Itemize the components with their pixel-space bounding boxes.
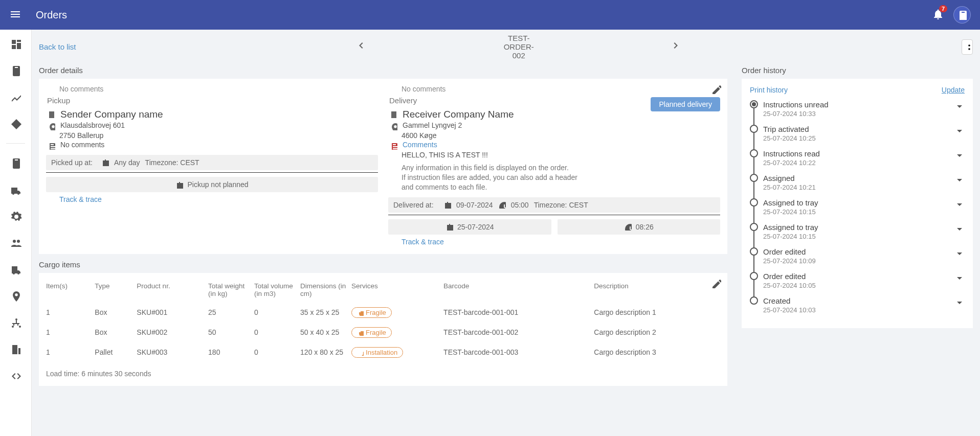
calendar-icon bbox=[443, 201, 451, 209]
sidebar-settings[interactable] bbox=[9, 209, 23, 223]
table-row: 1BoxSKU#00125035 x 25 x 25FragileTEST-ba… bbox=[46, 303, 720, 323]
history-item[interactable]: Order edited25-07-2024 10:09 bbox=[750, 247, 965, 272]
history-item-date: 25-07-2024 10:09 bbox=[763, 257, 816, 265]
picked-up-at-label: Picked up at: bbox=[51, 158, 96, 167]
history-item-date: 25-07-2024 10:05 bbox=[763, 282, 816, 289]
update-history-link[interactable]: Update bbox=[942, 86, 965, 94]
sidebar-tasks[interactable] bbox=[9, 156, 23, 170]
delivered-date: 09-07-2024 bbox=[456, 201, 493, 209]
chevron-down-icon bbox=[953, 100, 965, 113]
history-item[interactable]: Created25-07-2024 10:03 bbox=[750, 296, 965, 321]
history-item-date: 25-07-2024 10:25 bbox=[763, 134, 816, 142]
history-item[interactable]: Trip activated25-07-2024 10:25 bbox=[750, 125, 965, 149]
timeline-dot bbox=[750, 174, 758, 182]
chevron-down-icon bbox=[953, 198, 965, 211]
delivery-scheduled-bar: Delivered at: 09-07-2024 05:00 Timezone:… bbox=[388, 197, 720, 213]
pickup-note: No comments bbox=[60, 141, 104, 149]
history-item[interactable]: Instructions unread25-07-2024 10:33 bbox=[750, 100, 965, 125]
delivered-timezone: Timezone: CEST bbox=[534, 201, 588, 209]
history-item[interactable]: Order edited25-07-2024 10:05 bbox=[750, 272, 965, 296]
cargo-title: Cargo items bbox=[32, 258, 734, 273]
order-details-title: Order details bbox=[32, 64, 734, 79]
service-pill: Installation bbox=[351, 347, 403, 358]
pickup-no-comments: No comments bbox=[46, 85, 378, 93]
timeline-dot bbox=[750, 272, 758, 280]
order-id: TEST-ORDER-002 bbox=[504, 34, 534, 60]
th-product: Product nr. bbox=[137, 279, 208, 303]
note-icon bbox=[46, 141, 56, 150]
delivery-track-link[interactable]: Track & trace bbox=[402, 238, 444, 246]
delivery-info-1: Any information in this field is display… bbox=[402, 163, 720, 173]
prev-order-button[interactable] bbox=[351, 36, 371, 57]
table-row: 1PalletSKU#0031800120 x 80 x 25Installat… bbox=[46, 342, 720, 362]
history-item[interactable]: Instructions read25-07-2024 10:22 bbox=[750, 149, 965, 174]
history-item-title: Trip activated bbox=[763, 125, 816, 133]
sidebar-orders[interactable] bbox=[9, 63, 23, 78]
sidebar-company[interactable] bbox=[9, 342, 23, 356]
history-item-title: Assigned to tray bbox=[763, 223, 818, 232]
notification-badge: 7 bbox=[939, 5, 947, 12]
th-weight: Total weight (in kg) bbox=[208, 279, 254, 303]
history-item-title: Assigned to tray bbox=[763, 198, 818, 207]
back-to-list-link[interactable]: Back to list bbox=[39, 42, 76, 51]
sidebar-dashboard[interactable] bbox=[9, 37, 23, 51]
chevron-down-icon bbox=[953, 125, 965, 137]
pickup-timezone: Timezone: CEST bbox=[145, 158, 199, 167]
history-item-title: Instructions read bbox=[763, 149, 820, 158]
history-item-date: 25-07-2024 10:03 bbox=[763, 306, 816, 314]
table-row: 1BoxSKU#00250050 x 40 x 25FragileTEST-ba… bbox=[46, 323, 720, 342]
history-item-date: 25-07-2024 10:15 bbox=[763, 208, 818, 216]
delivery-comments-link[interactable]: Comments bbox=[403, 141, 437, 149]
history-item-date: 25-07-2024 10:22 bbox=[763, 159, 820, 167]
timeline-dot bbox=[750, 149, 758, 157]
pickup-not-planned-label: Pickup not planned bbox=[187, 180, 248, 189]
service-pill: Fragile bbox=[351, 327, 392, 338]
history-item[interactable]: Assigned to tray25-07-2024 10:15 bbox=[750, 198, 965, 223]
sidebar-vehicles[interactable] bbox=[9, 182, 23, 197]
page-title: Orders bbox=[36, 9, 67, 21]
menu-button[interactable] bbox=[9, 8, 21, 22]
th-type: Type bbox=[95, 279, 137, 303]
th-dims: Dimensions (in cm) bbox=[300, 279, 351, 303]
next-order-button[interactable] bbox=[667, 36, 686, 57]
timeline-dot bbox=[750, 125, 758, 133]
history-item-date: 25-07-2024 10:21 bbox=[763, 183, 816, 191]
delivery-comment-text: HELLO, THIS IS A TEST !!! bbox=[388, 151, 720, 159]
chevron-down-icon bbox=[953, 223, 965, 236]
timeline-dot bbox=[750, 296, 758, 305]
th-desc: Description bbox=[594, 279, 720, 303]
load-time: Load time: 6 minutes 30 seconds bbox=[46, 370, 720, 378]
chevron-down-icon bbox=[953, 272, 965, 285]
edit-cargo-button[interactable] bbox=[711, 278, 721, 290]
pickup-company: Sender Company name bbox=[60, 109, 163, 120]
sidebar-users[interactable] bbox=[9, 236, 23, 250]
history-item[interactable]: Assigned25-07-2024 10:21 bbox=[750, 174, 965, 198]
sidebar-locations[interactable] bbox=[9, 289, 23, 303]
pickup-address-1: Klausdalsbrovej 601 bbox=[60, 121, 125, 129]
user-avatar[interactable] bbox=[953, 6, 971, 24]
history-item[interactable]: Assigned to tray25-07-2024 10:15 bbox=[750, 223, 965, 247]
planned-time-value: 08:26 bbox=[636, 223, 654, 231]
pickup-scheduled-bar: Picked up at: Any day Timezone: CEST bbox=[46, 155, 378, 170]
edit-order-button[interactable] bbox=[711, 84, 721, 96]
sidebar-fleet[interactable] bbox=[9, 262, 23, 277]
print-history-link[interactable]: Print history bbox=[750, 86, 788, 94]
planned-date-value: 25-07-2024 bbox=[457, 223, 494, 231]
comment-icon bbox=[388, 141, 398, 150]
sidebar-hierarchy[interactable] bbox=[9, 315, 23, 330]
chevron-down-icon bbox=[953, 296, 965, 309]
history-item-title: Created bbox=[763, 296, 816, 305]
th-volume: Total volume (in m3) bbox=[254, 279, 300, 303]
notifications-button[interactable]: 7 bbox=[932, 8, 944, 22]
sidebar-routes[interactable] bbox=[9, 117, 23, 131]
pickup-track-link[interactable]: Track & trace bbox=[59, 195, 102, 203]
history-item-title: Order edited bbox=[763, 272, 816, 281]
delivery-planned-time: 08:26 bbox=[558, 219, 721, 235]
pickup-day: Any day bbox=[114, 158, 140, 167]
more-actions-button[interactable] bbox=[962, 39, 973, 55]
sidebar-analytics[interactable] bbox=[9, 90, 23, 104]
sidebar-dev[interactable] bbox=[9, 369, 23, 383]
delivery-info-2: If instruction files are added, you can … bbox=[402, 173, 720, 182]
pin-icon bbox=[388, 121, 398, 130]
history-item-title: Assigned bbox=[763, 174, 816, 182]
